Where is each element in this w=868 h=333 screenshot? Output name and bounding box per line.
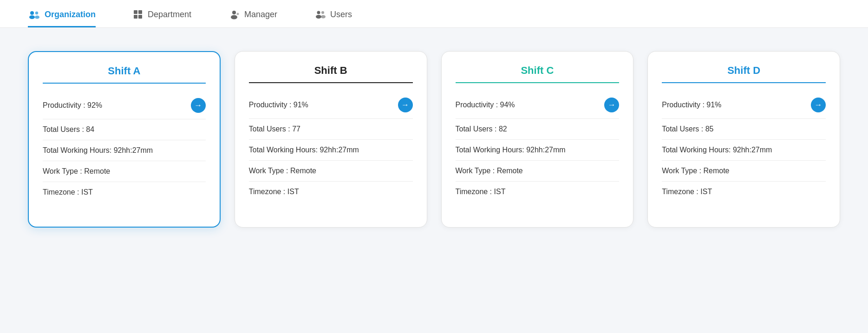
shift-b-working-hours: Total Working Hours: 92hh:27mm (249, 146, 359, 154)
shift-a-timezone-row: Timezone : IST (43, 182, 206, 202)
shift-d-productivity-row: Productivity : 91% → (662, 91, 826, 119)
manager-icon (228, 10, 240, 20)
tab-organization-label: Organization (45, 10, 96, 20)
shift-c-card[interactable]: Shift C Productivity : 94% → Total Users… (441, 51, 634, 228)
tab-department[interactable]: Department (133, 9, 191, 27)
svg-rect-5 (138, 10, 142, 14)
svg-point-0 (30, 11, 34, 15)
shift-b-timezone: Timezone : IST (249, 188, 299, 196)
shift-b-card[interactable]: Shift B Productivity : 91% → Total Users… (235, 51, 427, 228)
shift-d-timezone-row: Timezone : IST (662, 182, 826, 202)
svg-rect-4 (134, 10, 137, 14)
shift-d-card[interactable]: Shift D Productivity : 91% → Total Users… (647, 51, 840, 228)
shift-d-users-row: Total Users : 85 (662, 119, 826, 140)
shift-a-arrow-button[interactable]: → (191, 98, 206, 113)
shift-c-users-row: Total Users : 82 (456, 119, 620, 140)
shift-c-timezone-row: Timezone : IST (456, 182, 620, 202)
shift-b-users-row: Total Users : 77 (249, 119, 413, 140)
shift-b-productivity-row: Productivity : 91% → (249, 91, 413, 119)
tab-nav: Organization Department Man (0, 0, 868, 28)
shift-b-hours-row: Total Working Hours: 92hh:27mm (249, 140, 413, 161)
svg-point-9 (231, 15, 237, 19)
svg-point-11 (317, 11, 320, 14)
shift-d-working-hours: Total Working Hours: 92hh:27mm (662, 146, 772, 154)
shift-d-work-type: Work Type : Remote (662, 167, 729, 175)
shift-d-title: Shift D (662, 65, 826, 83)
shift-a-worktype-row: Work Type : Remote (43, 161, 206, 182)
shift-c-work-type: Work Type : Remote (456, 167, 523, 175)
page-container: Organization Department Man (0, 0, 868, 333)
svg-rect-7 (138, 15, 142, 19)
shift-c-arrow-button[interactable]: → (604, 98, 619, 112)
shift-d-total-users: Total Users : 85 (662, 125, 713, 133)
shift-a-hours-row: Total Working Hours: 92hh:27mm (43, 140, 206, 161)
tab-organization[interactable]: Organization (28, 10, 96, 27)
svg-rect-6 (134, 15, 137, 19)
users-icon (314, 10, 326, 20)
tab-manager[interactable]: Manager (228, 10, 277, 27)
svg-point-8 (232, 11, 236, 14)
shift-d-hours-row: Total Working Hours: 92hh:27mm (662, 140, 826, 161)
svg-point-10 (237, 13, 239, 15)
shift-a-card[interactable]: Shift A Productivity : 92% → Total Users… (28, 51, 221, 228)
tab-department-label: Department (148, 10, 191, 20)
shift-d-productivity: Productivity : 91% (662, 101, 721, 109)
svg-point-14 (321, 15, 326, 18)
shift-c-working-hours: Total Working Hours: 92hh:27mm (456, 146, 566, 154)
tab-manager-label: Manager (244, 10, 277, 20)
shift-c-hours-row: Total Working Hours: 92hh:27mm (456, 140, 620, 161)
shift-d-timezone: Timezone : IST (662, 188, 712, 196)
shift-b-productivity: Productivity : 91% (249, 101, 308, 109)
department-icon (133, 9, 143, 20)
svg-point-12 (316, 15, 321, 19)
shift-b-work-type: Work Type : Remote (249, 167, 316, 175)
shift-a-productivity: Productivity : 92% (43, 101, 102, 110)
shift-c-productivity: Productivity : 94% (456, 101, 515, 109)
shift-a-users-row: Total Users : 84 (43, 119, 206, 140)
shift-a-productivity-row: Productivity : 92% → (43, 92, 206, 119)
tab-users[interactable]: Users (314, 10, 352, 27)
svg-point-13 (321, 11, 324, 14)
cards-area: Shift A Productivity : 92% → Total Users… (0, 28, 868, 246)
tab-users-label: Users (330, 10, 352, 20)
shift-a-working-hours: Total Working Hours: 92hh:27mm (43, 146, 153, 155)
svg-point-3 (35, 15, 39, 19)
shift-a-title: Shift A (43, 65, 206, 84)
shift-b-timezone-row: Timezone : IST (249, 182, 413, 202)
shift-c-total-users: Total Users : 82 (456, 125, 507, 133)
shift-c-worktype-row: Work Type : Remote (456, 161, 620, 182)
shift-a-total-users: Total Users : 84 (43, 125, 94, 134)
shift-a-work-type: Work Type : Remote (43, 167, 110, 176)
shift-c-timezone: Timezone : IST (456, 188, 506, 196)
shift-b-worktype-row: Work Type : Remote (249, 161, 413, 182)
shift-a-timezone: Timezone : IST (43, 188, 93, 196)
shift-c-productivity-row: Productivity : 94% → (456, 91, 620, 119)
shift-c-title: Shift C (456, 65, 620, 83)
shift-d-arrow-button[interactable]: → (811, 98, 826, 112)
shift-b-title: Shift B (249, 65, 413, 83)
shift-d-worktype-row: Work Type : Remote (662, 161, 826, 182)
shift-b-total-users: Total Users : 77 (249, 125, 300, 133)
organization-icon (28, 10, 40, 20)
svg-point-2 (35, 11, 38, 14)
svg-point-1 (29, 15, 35, 19)
shift-b-arrow-button[interactable]: → (398, 98, 413, 112)
